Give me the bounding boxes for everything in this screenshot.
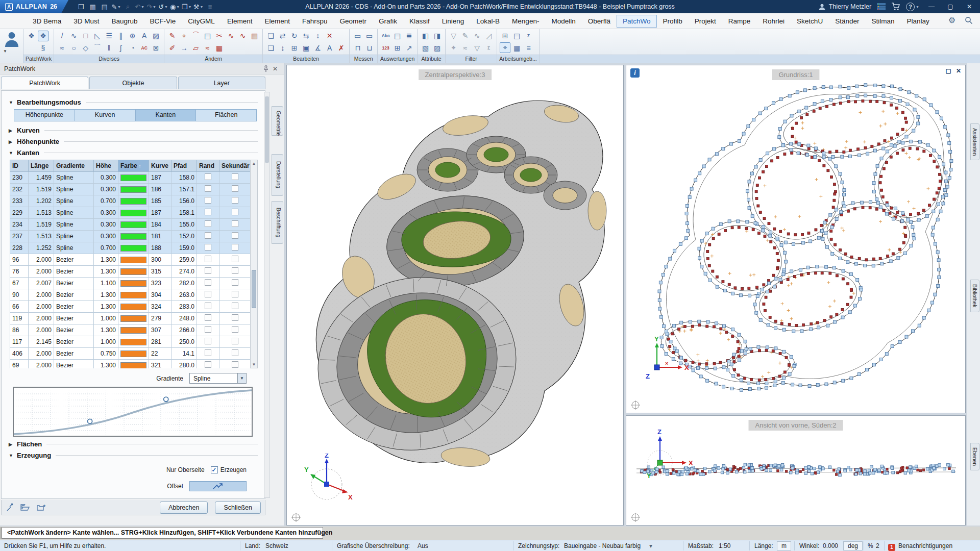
row-checkbox[interactable]: [205, 173, 211, 180]
report-icon[interactable]: ▤: [392, 31, 403, 41]
maximize-button[interactable]: ▢: [944, 3, 957, 10]
rotate-icon[interactable]: ↻: [289, 31, 300, 41]
menu-item-stilman[interactable]: Stilman: [865, 15, 900, 28]
parallel-lines-icon[interactable]: ☰: [104, 31, 114, 41]
section-kanten[interactable]: ▼Kanten: [9, 149, 258, 157]
erzeugen-checkbox[interactable]: ✓ Erzeugen: [211, 466, 247, 473]
viewport-label-elevation[interactable]: Ansicht von vorne, Süden:2: [749, 420, 843, 431]
row-checkbox[interactable]: [232, 220, 238, 227]
table-row[interactable]: 862.000Bezier1.300307266.0: [10, 324, 251, 336]
row-checkbox[interactable]: [232, 267, 238, 274]
row-checkbox[interactable]: [205, 279, 211, 286]
attribute-transfer-icon[interactable]: ▨: [432, 42, 443, 53]
text-edit-icon[interactable]: A: [324, 42, 335, 53]
column-header-höhe[interactable]: Höhe: [94, 160, 118, 172]
measure-length-icon[interactable]: ▭: [352, 31, 363, 41]
pin-icon[interactable]: [261, 65, 271, 72]
section-erzeugung[interactable]: ▼Erzeugung: [9, 452, 258, 459]
shop-cart-icon[interactable]: [891, 3, 900, 11]
minimize-button[interactable]: —: [925, 3, 938, 10]
profile-avatar[interactable]: ▼: [0, 29, 23, 63]
row-checkbox[interactable]: [205, 291, 211, 297]
filter-spline-icon[interactable]: ∿: [472, 31, 482, 41]
color-swatch[interactable]: [120, 186, 146, 193]
spline-icon[interactable]: ∿: [68, 31, 79, 41]
row-checkbox[interactable]: [205, 185, 211, 192]
row-checkbox[interactable]: [232, 349, 238, 356]
row-checkbox[interactable]: [232, 256, 238, 262]
settings-gear-icon[interactable]: ⚙: [948, 15, 955, 25]
viewport-maximize-icon[interactable]: ▢: [946, 67, 951, 74]
view-compass-icon[interactable]: [630, 400, 641, 410]
row-checkbox[interactable]: [232, 314, 238, 321]
measure-angle-icon[interactable]: ∡: [312, 42, 323, 53]
table-scrollbar[interactable]: ▲ ▼: [250, 160, 258, 368]
filter-sum-icon[interactable]: Σ: [483, 42, 494, 53]
color-swatch[interactable]: [120, 198, 146, 205]
palette-scrollbar[interactable]: [264, 92, 270, 498]
model-view-icon[interactable]: ❒: [76, 2, 86, 12]
help-menu[interactable]: ?▼: [906, 3, 919, 11]
row-checkbox[interactable]: [205, 220, 211, 227]
mode-button-kurven[interactable]: Kurven: [75, 110, 136, 121]
filter-edit-icon[interactable]: ✎: [460, 31, 471, 41]
abc-report-icon[interactable]: Abc: [380, 31, 391, 41]
attribute-select-icon[interactable]: ▧: [420, 42, 431, 53]
table-row[interactable]: 692.000Bezier1.300321280.0: [10, 360, 251, 369]
palette-side-tab-geometrie[interactable]: Geometrie: [272, 106, 283, 136]
menu-item-linieng[interactable]: Linieng: [436, 15, 471, 28]
table-row[interactable]: 662.000Bezier1.300324283.0: [10, 301, 251, 313]
zeichnungstyp-dropdown-icon[interactable]: ▾: [649, 542, 652, 549]
block-icon[interactable]: ▦: [249, 31, 260, 41]
palette-side-tab-darstellung[interactable]: Darstellung: [272, 154, 283, 196]
pen-icon[interactable]: ✎: [167, 31, 178, 41]
table-scrollbar-thumb[interactable]: [252, 270, 256, 308]
menu-item-profilb[interactable]: Profilb: [657, 15, 689, 28]
folder-favorite-icon[interactable]: ★: [37, 504, 46, 511]
table-row[interactable]: 2331.202Spline0.700185156.0: [10, 195, 251, 207]
color-swatch[interactable]: [120, 339, 146, 345]
color-swatch[interactable]: [120, 210, 146, 216]
patchwork-modify-icon[interactable]: ❖: [38, 31, 48, 41]
customize-icon[interactable]: ≡: [205, 2, 215, 12]
abbrechen-button[interactable]: Abbrechen: [160, 502, 208, 514]
align-icon[interactable]: ▣: [301, 42, 311, 53]
move-icon[interactable]: ⇄: [277, 31, 288, 41]
close-button[interactable]: ✕: [963, 3, 976, 10]
row-checkbox[interactable]: [232, 303, 238, 309]
attribute-modify-icon[interactable]: ◨: [432, 31, 443, 41]
patchwork-mesh-icon[interactable]: ❖: [26, 31, 37, 41]
menu-item-planlay[interactable]: Planlay: [900, 15, 935, 28]
row-checkbox[interactable]: [205, 197, 211, 204]
polygon-icon[interactable]: ◇: [80, 42, 91, 53]
s-line-icon[interactable]: ʃ: [115, 42, 126, 53]
row-checkbox[interactable]: [205, 232, 211, 239]
right-tab-bibliothek[interactable]: Bibliothek: [970, 280, 979, 312]
color-swatch[interactable]: [120, 362, 146, 369]
table-row[interactable]: 1172.145Bezier1.000281250.0: [10, 336, 251, 348]
row-checkbox[interactable]: [205, 338, 211, 344]
visibility-icon[interactable]: ◉▼: [169, 2, 180, 12]
pie-icon[interactable]: ◔: [127, 42, 138, 53]
color-swatch[interactable]: [120, 174, 146, 181]
row-checkbox[interactable]: [205, 361, 211, 368]
wave-edit2-icon[interactable]: ∿: [237, 31, 248, 41]
row-checkbox[interactable]: [232, 209, 238, 215]
section-kurven[interactable]: ▶Kurven: [9, 127, 258, 134]
row-checkbox[interactable]: [205, 314, 211, 321]
angle-icon[interactable]: ◺: [92, 31, 103, 41]
row-checkbox[interactable]: [232, 185, 238, 192]
table-row[interactable]: 2341.519Spline0.300184155.0: [10, 219, 251, 231]
row-checkbox[interactable]: [232, 244, 238, 251]
color-swatch[interactable]: [120, 233, 146, 240]
menu-item-modelln[interactable]: Modelln: [545, 15, 581, 28]
status-notifications[interactable]: Benachrichtigungen: [898, 542, 952, 549]
menu-item-baugrub[interactable]: Baugrub: [106, 15, 144, 28]
array-icon[interactable]: ⊞: [289, 42, 300, 53]
erase-filter-icon[interactable]: ✗: [336, 42, 347, 53]
view-compass-icon[interactable]: [291, 512, 301, 522]
gradient-curve-editor[interactable]: [13, 387, 253, 437]
menu-item-rohrlei[interactable]: Rohrlei: [756, 15, 791, 28]
attribute-assign-icon[interactable]: ◧: [420, 31, 431, 41]
edit-icon[interactable]: ✎▼: [111, 2, 121, 12]
